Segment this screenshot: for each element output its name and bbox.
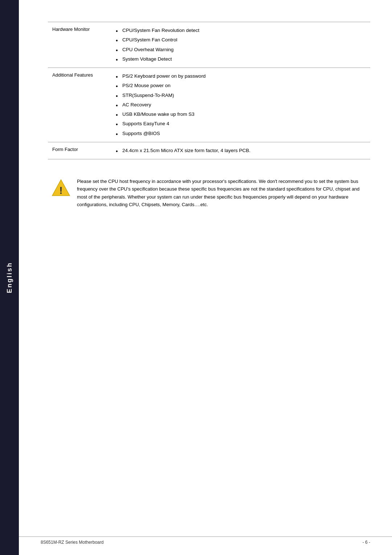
features-cell: CPU/System Fan Revolution detectCPU/Syst… xyxy=(111,22,370,68)
features-cell: 24.4cm x 21.5cm Micro ATX size form fact… xyxy=(111,142,370,159)
table-row: Form Factor24.4cm x 21.5cm Micro ATX siz… xyxy=(48,142,370,159)
list-item: Supports @BIOS xyxy=(116,129,366,138)
spec-table: Hardware MonitorCPU/System Fan Revolutio… xyxy=(48,22,370,159)
warning-section: ! Please set the CPU host frequency in a… xyxy=(48,177,370,209)
list-item: USB KB/Mouse wake up from S3 xyxy=(116,110,366,119)
table-row: Hardware MonitorCPU/System Fan Revolutio… xyxy=(48,22,370,68)
svg-text:!: ! xyxy=(59,185,62,196)
warning-icon: ! xyxy=(52,178,70,197)
list-item: PS/2 Mouse power on xyxy=(116,81,366,90)
list-item: Supports EasyTune 4 xyxy=(116,119,366,128)
sidebar: English xyxy=(0,0,19,555)
sidebar-label: English xyxy=(6,262,13,293)
footer: 8S651M-RZ Series Motherboard - 6 - xyxy=(19,536,392,548)
list-item: CPU/System Fan Control xyxy=(116,35,366,45)
category-cell: Form Factor xyxy=(48,142,111,159)
list-item: CPU/System Fan Revolution detect xyxy=(116,26,366,35)
list-item: AC Recovery xyxy=(116,100,366,110)
features-cell: PS/2 Keyboard power on by passwordPS/2 M… xyxy=(111,68,370,142)
list-item: PS/2 Keyboard power on by password xyxy=(116,72,366,81)
list-item: System Voltage Detect xyxy=(116,54,366,64)
table-row: Additional FeaturesPS/2 Keyboard power o… xyxy=(48,68,370,142)
list-item: STR(Suspend-To-RAM) xyxy=(116,91,366,100)
list-item: CPU Overheat Warning xyxy=(116,45,366,54)
category-cell: Hardware Monitor xyxy=(48,22,111,68)
category-cell: Additional Features xyxy=(48,68,111,142)
list-item: 24.4cm x 21.5cm Micro ATX size form fact… xyxy=(116,146,366,155)
main-content: Hardware MonitorCPU/System Fan Revolutio… xyxy=(19,0,392,555)
footer-left: 8S651M-RZ Series Motherboard xyxy=(41,540,103,545)
footer-right: - 6 - xyxy=(363,540,370,545)
warning-text: Please set the CPU host frequency in acc… xyxy=(77,177,360,209)
